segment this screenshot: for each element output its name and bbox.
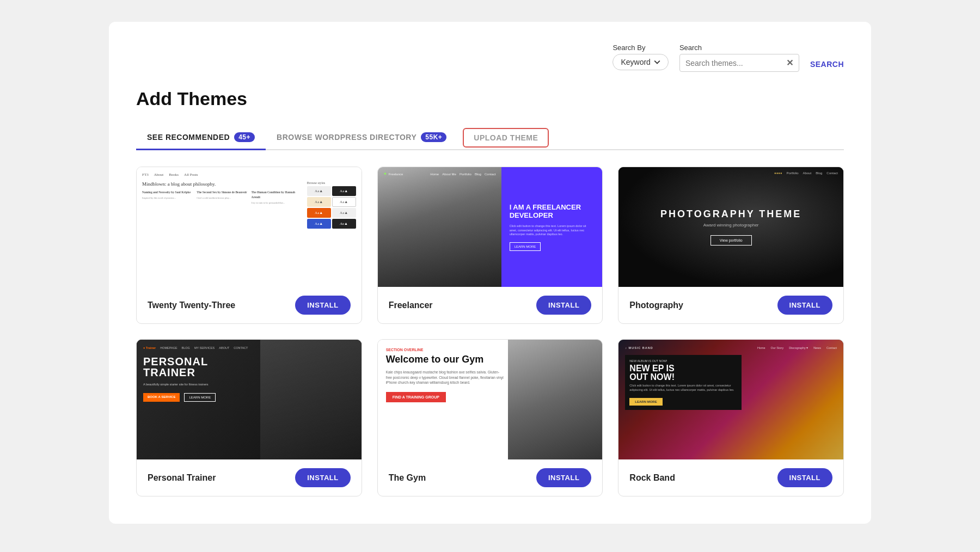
theme-name-photography: Photography (629, 300, 683, 310)
trainer-nav: ● Trainer HOMEPAGEBLOGMY SERVICESABOUTCO… (143, 346, 355, 349)
theme-card-gym: SECTION OVERLINE Welcome to our Gym Kale… (377, 339, 603, 496)
freelancer-headline: I AM A FREELANCER DEVELOPER (510, 203, 595, 220)
theme-preview-photography: ●●●●PortfolioAboutBlogContact PHOTOGRAPH… (618, 167, 843, 287)
theme-preview-rock: ♪ MUSIC BAND HomeOur StoryDiscography ▾N… (618, 340, 843, 459)
tabs-bar: SEE RECOMMENDED 45+ BROWSE WORDPRESS DIR… (136, 126, 844, 150)
trainer-desc: A beautifully simple starter site for fi… (143, 382, 230, 387)
search-button[interactable]: SEARCH (810, 60, 844, 72)
theme-name-tt3: Twenty Twenty-Three (148, 300, 235, 310)
clear-icon[interactable]: ✕ (786, 58, 793, 68)
gym-image (508, 340, 602, 459)
theme-card-freelancer: ✦ Freelance HomeAbout MePortfolioBlogCon… (377, 167, 603, 324)
photo-btn: View portfolio (710, 235, 752, 246)
tab-wordpress[interactable]: BROWSE WORDPRESS DIRECTORY 55K+ (266, 126, 457, 150)
photo-content: PHOTOGRAPHY THEME Award winning photogra… (660, 208, 801, 246)
theme-preview-trainer: ● Trainer HOMEPAGEBLOGMY SERVICESABOUTCO… (137, 340, 362, 459)
search-input[interactable] (685, 59, 782, 68)
tab-upload-label: UPLOAD THEME (474, 133, 538, 142)
gym-title: Welcome to our Gym (386, 354, 505, 365)
tt3-nav: FT3AboutBooksAll Posts (142, 173, 356, 177)
theme-card-photography: ●●●●PortfolioAboutBlogContact PHOTOGRAPH… (618, 167, 844, 324)
photo-subtitle: Award winning photographer (660, 223, 801, 228)
theme-name-rock: Rock Band (629, 473, 675, 483)
keyword-select[interactable]: Keyword (612, 54, 668, 70)
search-input-wrapper: ✕ (679, 54, 799, 72)
rock-content: ♪ MUSIC BAND HomeOur StoryDiscography ▾N… (618, 340, 843, 419)
install-button-rock[interactable]: INSTALL (777, 468, 832, 487)
tt3-headline: Mindblown: a blog about philosophy. (142, 181, 304, 187)
rock-new-album: NEW ALBUM IS OUT NOW! (629, 359, 737, 363)
trainer-book-btn: BOOK A SERVICE (143, 393, 180, 402)
search-group: Search ✕ (679, 44, 799, 72)
theme-card-personal-trainer: ● Trainer HOMEPAGEBLOGMY SERVICESABOUTCO… (136, 339, 362, 496)
tab-recommended[interactable]: SEE RECOMMENDED 45+ (136, 126, 266, 150)
trainer-content: ● Trainer HOMEPAGEBLOGMY SERVICESABOUTCO… (137, 340, 362, 408)
theme-preview-tt3: FT3AboutBooksAll Posts Mindblown: a blog… (137, 167, 362, 287)
install-button-trainer[interactable]: INSTALL (295, 468, 350, 487)
themes-grid: FT3AboutBooksAll Posts Mindblown: a blog… (136, 167, 844, 496)
rock-btn: LEARN MORE (629, 398, 662, 406)
trainer-learn-btn: LEARN MORE (184, 393, 216, 402)
tab-recommended-badge: 45+ (234, 132, 255, 142)
theme-name-freelancer: Freelancer (389, 300, 433, 310)
tab-upload[interactable]: UPLOAD THEME (463, 128, 549, 148)
keyword-value: Keyword (621, 58, 650, 66)
search-by-group: Search By Keyword (612, 44, 668, 70)
theme-footer-photography: Photography INSTALL (618, 287, 843, 323)
install-button-freelancer[interactable]: INSTALL (536, 296, 591, 315)
gym-overline: SECTION OVERLINE (386, 348, 505, 352)
gym-desc: Kale chips knausgaard mustache blog fash… (386, 370, 505, 385)
install-button-gym[interactable]: INSTALL (536, 468, 591, 487)
rock-title: NEW EP ISOUT NOW! (629, 364, 737, 382)
theme-footer-freelancer: Freelancer INSTALL (378, 287, 603, 323)
theme-preview-freelancer: ✦ Freelance HomeAbout MePortfolioBlogCon… (378, 167, 603, 287)
theme-preview-gym: SECTION OVERLINE Welcome to our Gym Kale… (378, 340, 603, 459)
trainer-buttons: BOOK A SERVICE LEARN MORE (143, 393, 355, 402)
theme-footer-trainer: Personal Trainer INSTALL (137, 459, 362, 496)
chevron-down-icon (654, 59, 660, 65)
photo-title: PHOTOGRAPHY THEME (660, 208, 801, 220)
theme-card-rock-band: ♪ MUSIC BAND HomeOur StoryDiscography ▾N… (618, 339, 844, 496)
rock-nav: ♪ MUSIC BAND HomeOur StoryDiscography ▾N… (625, 346, 837, 349)
theme-footer-rock: Rock Band INSTALL (618, 459, 843, 496)
tab-wordpress-badge: 55K+ (421, 132, 446, 142)
search-label: Search (679, 44, 799, 52)
theme-card-twenty-twenty-three: FT3AboutBooksAll Posts Mindblown: a blog… (136, 167, 362, 324)
rock-hero: NEW ALBUM IS OUT NOW! NEW EP ISOUT NOW! … (625, 355, 837, 412)
page-title: Add Themes (136, 88, 844, 109)
tt3-books: Naming and Necessity by Saul KripkeInspi… (142, 190, 304, 205)
install-button-tt3[interactable]: INSTALL (295, 296, 350, 315)
theme-footer-gym: The Gym INSTALL (378, 459, 603, 496)
top-bar: Search By Keyword Search ✕ SEARCH (136, 44, 844, 72)
freelancer-desc: Click edit button to change this text. L… (510, 224, 595, 237)
freelancer-cta: LEARN MORE (510, 242, 541, 251)
search-by-label: Search By (612, 44, 668, 52)
theme-name-trainer: Personal Trainer (148, 473, 216, 483)
gym-content: SECTION OVERLINE Welcome to our Gym Kale… (378, 340, 513, 410)
rock-desc: Click edit button to change this text. L… (629, 384, 737, 392)
install-button-photography[interactable]: INSTALL (777, 296, 832, 315)
tab-wordpress-label: BROWSE WORDPRESS DIRECTORY (277, 133, 416, 142)
rock-album-box: NEW ALBUM IS OUT NOW! NEW EP ISOUT NOW! … (625, 355, 742, 410)
theme-footer-tt3: Twenty Twenty-Three INSTALL (137, 287, 362, 323)
page-wrapper: Search By Keyword Search ✕ SEARCH Add Th… (109, 22, 871, 524)
gym-btn: FIND A TRAINING GROUP (386, 392, 446, 402)
trainer-hero: PERSONALTRAINER A beautifully simple sta… (143, 356, 355, 402)
theme-name-gym: The Gym (389, 473, 426, 483)
trainer-title: PERSONALTRAINER (143, 356, 355, 378)
tab-recommended-label: SEE RECOMMENDED (147, 133, 230, 142)
